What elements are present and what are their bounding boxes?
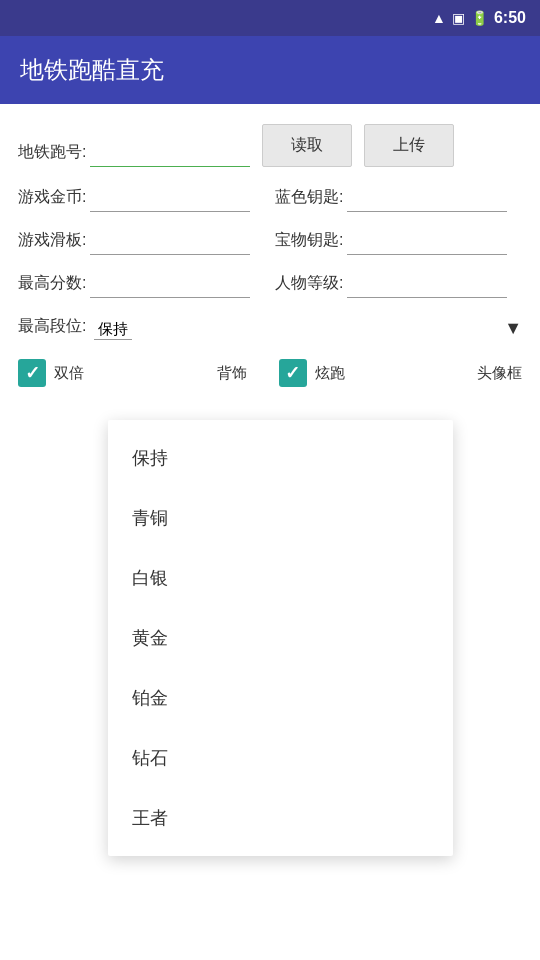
dropdown-item-king[interactable]: 王者 — [108, 788, 453, 848]
status-icons: ▲ ▣ 🔋 6:50 — [432, 9, 526, 27]
app-bar: 地铁跑酷直充 — [0, 36, 540, 104]
top-row: 地铁跑号: 读取 上传 — [18, 124, 522, 167]
battery-icon: 🔋 — [471, 10, 488, 26]
char-level-label: 人物等级: — [275, 273, 343, 298]
checkbox-double[interactable]: ✓ 双倍 — [18, 359, 205, 387]
dropdown-row: 最高段位: 保持 青铜 白银 黄金 铂金 钻石 王者 ▼ — [18, 316, 522, 341]
form-grid-row4: 最高分数: 人物等级: — [18, 273, 522, 298]
read-button[interactable]: 读取 — [262, 124, 352, 167]
treasure-key-input[interactable] — [347, 233, 507, 255]
form-grid-row2: 游戏金币: 蓝色钥匙: — [18, 187, 522, 212]
checkbox-double-box: ✓ — [18, 359, 46, 387]
upload-button[interactable]: 上传 — [364, 124, 454, 167]
blue-key-label: 蓝色钥匙: — [275, 187, 343, 212]
high-score-input[interactable] — [90, 276, 250, 298]
blue-key-input[interactable] — [347, 190, 507, 212]
checkbox-cool-run[interactable]: ✓ 炫跑 — [279, 359, 466, 387]
metro-id-input[interactable] — [90, 145, 250, 167]
treasure-key-label: 宝物钥匙: — [275, 230, 343, 255]
field-blue-key: 蓝色钥匙: — [275, 187, 522, 212]
field-char-level: 人物等级: — [275, 273, 522, 298]
high-score-label: 最高分数: — [18, 273, 86, 298]
status-time: 6:50 — [494, 9, 526, 27]
coins-label: 游戏金币: — [18, 187, 86, 212]
dropdown-overlay: 保持 青铜 白银 黄金 铂金 钻石 王者 — [108, 420, 453, 856]
field-treasure-key: 宝物钥匙: — [275, 230, 522, 255]
wifi-icon: ▲ — [432, 10, 446, 26]
checkbox-cool-run-box: ✓ — [279, 359, 307, 387]
app-title: 地铁跑酷直充 — [20, 54, 164, 86]
status-bar: ▲ ▣ 🔋 6:50 — [0, 0, 540, 36]
dropdown-item-silver[interactable]: 白银 — [108, 548, 453, 608]
dropdown-item-keep[interactable]: 保持 — [108, 428, 453, 488]
rank-dropdown-container: 保持 青铜 白银 黄金 铂金 钻石 王者 ▼ — [94, 318, 522, 340]
checkbox-double-check: ✓ — [25, 362, 40, 384]
metro-id-label: 地铁跑号: — [18, 142, 86, 167]
field-high-score: 最高分数: — [18, 273, 265, 298]
checkbox-double-suffix: 背饰 — [217, 364, 247, 383]
rank-label: 最高段位: — [18, 316, 86, 341]
checkbox-double-label: 双倍 — [54, 364, 84, 383]
checkbox-cool-run-suffix: 头像框 — [477, 364, 522, 383]
char-level-input[interactable] — [347, 276, 507, 298]
rank-select[interactable]: 保持 青铜 白银 黄金 铂金 钻石 王者 — [94, 318, 132, 340]
form-grid-row3: 游戏滑板: 宝物钥匙: — [18, 230, 522, 255]
skateboard-input[interactable] — [90, 233, 250, 255]
field-coins: 游戏金币: — [18, 187, 265, 212]
dropdown-item-gold[interactable]: 黄金 — [108, 608, 453, 668]
signal-icon: ▣ — [452, 10, 465, 26]
dropdown-item-bronze[interactable]: 青铜 — [108, 488, 453, 548]
dropdown-item-diamond[interactable]: 钻石 — [108, 728, 453, 788]
field-metro-id: 地铁跑号: — [18, 142, 250, 167]
coins-input[interactable] — [90, 190, 250, 212]
dropdown-arrow-icon: ▼ — [504, 318, 522, 339]
field-skateboard: 游戏滑板: — [18, 230, 265, 255]
skateboard-label: 游戏滑板: — [18, 230, 86, 255]
checkbox-cool-run-check: ✓ — [285, 362, 300, 384]
checkbox-row: ✓ 双倍 背饰 ✓ 炫跑 头像框 — [18, 359, 522, 387]
checkbox-cool-run-label: 炫跑 — [315, 364, 345, 383]
dropdown-item-platinum[interactable]: 铂金 — [108, 668, 453, 728]
